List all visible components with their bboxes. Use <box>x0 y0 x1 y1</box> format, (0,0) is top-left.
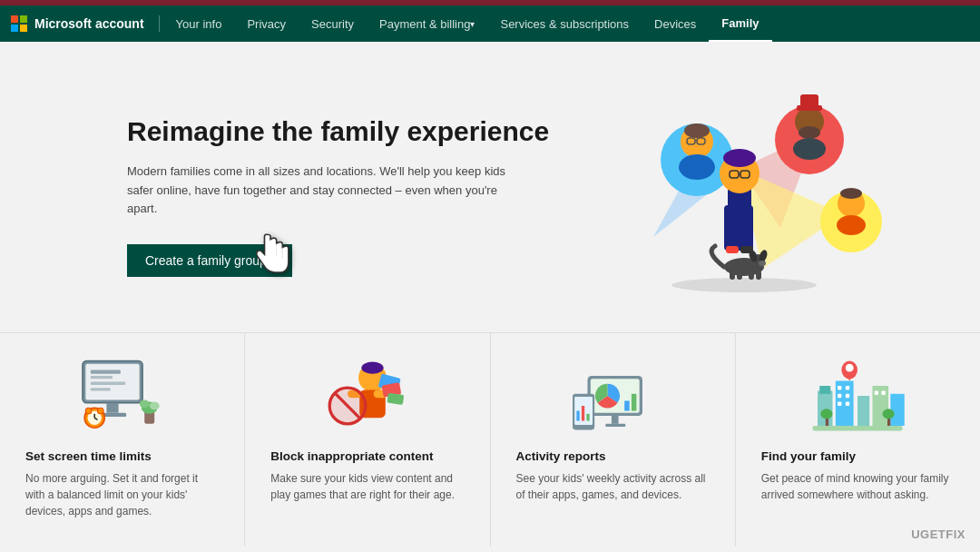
svg-point-55 <box>97 408 103 414</box>
svg-rect-56 <box>90 370 120 373</box>
svg-rect-23 <box>724 205 733 251</box>
feature-find-family: Find your family Get peace of mind knowi… <box>736 333 980 547</box>
nav-devices[interactable]: Devices <box>642 5 709 42</box>
svg-rect-87 <box>891 394 905 426</box>
screen-time-icon-area <box>25 355 219 437</box>
find-family-icon-area <box>761 355 955 437</box>
nav-payment[interactable]: Payment & billing <box>367 5 487 42</box>
svg-rect-89 <box>846 386 849 389</box>
svg-point-41 <box>671 278 817 292</box>
svg-point-101 <box>821 409 833 419</box>
svg-rect-44 <box>106 403 118 413</box>
svg-point-49 <box>149 402 159 410</box>
svg-rect-58 <box>90 382 125 385</box>
svg-rect-94 <box>875 391 878 395</box>
feature-block-content: Block inappropriate content Make sure yo… <box>245 333 490 547</box>
nav-services[interactable]: Services & subscriptions <box>487 5 642 42</box>
svg-rect-82 <box>818 391 833 427</box>
svg-rect-83 <box>820 386 831 394</box>
svg-rect-43 <box>85 364 139 400</box>
svg-rect-69 <box>387 393 404 405</box>
svg-point-21 <box>837 215 866 235</box>
nav-your-info[interactable]: Your info <box>163 5 235 42</box>
svg-rect-88 <box>838 386 841 389</box>
microsoft-logo <box>11 15 27 32</box>
feature-block-content-title: Block inappropriate content <box>270 449 433 463</box>
svg-rect-85 <box>858 396 869 426</box>
svg-point-10 <box>684 123 710 138</box>
svg-rect-74 <box>632 394 637 411</box>
nav-privacy[interactable]: Privacy <box>234 5 299 42</box>
hero-content: Reimagine the family experience Modern f… <box>127 115 549 277</box>
block-content-icon-area <box>270 355 464 437</box>
watermark: UGETFIX <box>911 527 965 541</box>
svg-point-11 <box>679 154 715 180</box>
svg-rect-95 <box>882 391 886 395</box>
feature-find-family-desc: Get peace of mind knowing your family ar… <box>761 470 955 503</box>
feature-screen-time: Set screen time limits No more arguing. … <box>0 333 245 547</box>
feature-find-family-title: Find your family <box>761 449 856 463</box>
nav-security[interactable]: Security <box>299 5 367 42</box>
svg-rect-57 <box>90 376 112 379</box>
svg-point-14 <box>799 126 820 139</box>
svg-rect-78 <box>582 406 584 421</box>
features-section: Set screen time limits No more arguing. … <box>0 332 980 547</box>
brand: Microsoft account <box>11 15 160 32</box>
hero-section: Reimagine the family experience Modern f… <box>0 42 980 332</box>
svg-rect-80 <box>612 416 619 424</box>
svg-rect-99 <box>813 426 903 431</box>
svg-point-54 <box>85 408 92 414</box>
feature-screen-time-title: Set screen time limits <box>25 449 152 463</box>
feature-block-content-desc: Make sure your kids view content and pla… <box>270 470 464 503</box>
hero-description: Modern families come in all sizes and lo… <box>127 163 526 219</box>
svg-rect-30 <box>726 246 739 253</box>
svg-rect-24 <box>744 205 753 251</box>
svg-point-36 <box>759 261 766 266</box>
svg-rect-73 <box>624 401 630 411</box>
svg-point-48 <box>139 399 149 408</box>
svg-rect-91 <box>846 394 849 398</box>
svg-rect-90 <box>838 394 841 398</box>
svg-rect-59 <box>90 388 110 390</box>
svg-point-26 <box>723 149 756 167</box>
svg-point-17 <box>793 138 826 160</box>
activity-icon-area <box>516 355 710 437</box>
feature-activity-title: Activity reports <box>516 449 606 463</box>
family-illustration <box>563 60 907 332</box>
nav-family[interactable]: Family <box>709 5 771 42</box>
feature-screen-time-desc: No more arguing. Set it and forget it wi… <box>25 470 219 519</box>
cursor-illustration <box>254 232 299 278</box>
navbar: Microsoft account Your info Privacy Secu… <box>0 5 980 42</box>
feature-activity-desc: See your kids' weekly activity across al… <box>516 470 710 503</box>
svg-point-61 <box>361 362 383 374</box>
svg-rect-79 <box>587 414 590 421</box>
svg-rect-93 <box>846 402 849 406</box>
brand-label: Microsoft account <box>34 16 144 31</box>
svg-point-20 <box>840 188 862 199</box>
feature-activity-reports: Activity reports See your kids' weekly a… <box>491 333 736 547</box>
svg-rect-81 <box>605 424 625 427</box>
hero-title: Reimagine the family experience <box>127 115 549 148</box>
svg-point-98 <box>846 364 854 372</box>
svg-rect-16 <box>800 94 818 109</box>
svg-rect-77 <box>577 411 580 421</box>
svg-point-103 <box>883 409 895 419</box>
svg-rect-92 <box>838 402 841 406</box>
